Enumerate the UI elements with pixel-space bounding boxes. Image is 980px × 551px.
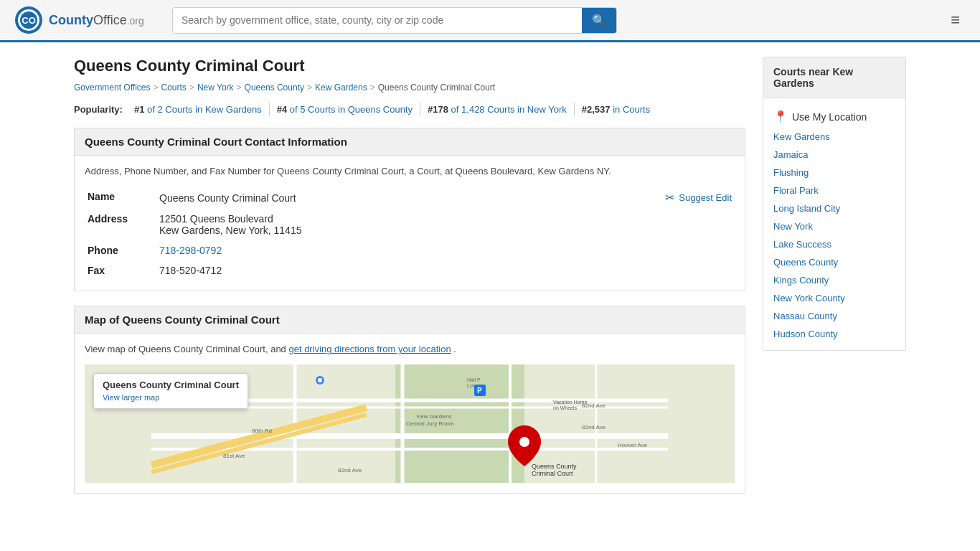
sidebar-item-kew-gardens[interactable]: Kew Gardens xyxy=(763,128,905,146)
main-container: Queens County Criminal Court Government … xyxy=(60,42,920,522)
fax-label: Fax xyxy=(85,260,156,281)
sidebar-list: 📍 Use My Location Kew Gardens Jamaica Fl… xyxy=(763,98,905,350)
search-button[interactable]: 🔍 xyxy=(582,8,616,33)
use-my-location[interactable]: 📍 Use My Location xyxy=(763,105,905,128)
popularity-item-2: #4 of 5 Courts in Queens County xyxy=(270,103,420,116)
sidebar-item-hudson-county[interactable]: Hudson County xyxy=(763,325,905,343)
site-header: CO CountyOffice.org 🔍 ≡ xyxy=(0,0,980,42)
popularity-label: Popularity: xyxy=(74,104,123,115)
contact-table: Name Queens County Criminal Court ✂ Sugg… xyxy=(85,187,735,281)
name-value: Queens County Criminal Court xyxy=(159,192,296,204)
svg-text:Queens County: Queens County xyxy=(532,463,577,470)
address-line1: 12501 Queens Boulevard xyxy=(159,213,732,225)
name-label: Name xyxy=(85,187,156,209)
svg-text:Hoover Ave: Hoover Ave xyxy=(618,442,648,448)
svg-point-17 xyxy=(519,437,529,447)
svg-point-35 xyxy=(318,378,322,382)
contact-address-row: Address 12501 Queens Boulevard Kew Garde… xyxy=(85,209,735,240)
breadcrumb-government-offices[interactable]: Government Offices xyxy=(74,83,151,93)
svg-text:on Wheels: on Wheels xyxy=(553,405,578,410)
content-area: Queens County Criminal Court Government … xyxy=(74,57,745,508)
contact-description: Address, Phone Number, and Fax Number fo… xyxy=(85,166,735,176)
map-popup: Queens County Criminal Court View larger… xyxy=(93,373,248,409)
menu-icon[interactable]: ≡ xyxy=(945,8,966,32)
map-section-header: Map of Queens County Criminal Court xyxy=(74,306,745,334)
popularity-bar: Popularity: #1 of 2 Courts in Kew Garden… xyxy=(74,103,745,116)
popularity-item-3: #178 of 1,428 Courts in New York xyxy=(420,103,575,116)
sidebar-box: Courts near Kew Gardens 📍 Use My Locatio… xyxy=(763,57,906,351)
sidebar-title: Courts near Kew Gardens xyxy=(763,57,905,98)
contact-phone-row: Phone 718-298-0792 xyxy=(85,240,735,260)
map-popup-title: Queens County Criminal Court xyxy=(103,380,239,390)
phone-label: Phone xyxy=(85,240,156,260)
address-label: Address xyxy=(85,209,156,240)
fax-value: 718-520-4712 xyxy=(156,260,735,281)
breadcrumb: Government Offices > Courts > New York >… xyxy=(74,83,745,93)
use-location-link[interactable]: Use My Location xyxy=(792,111,867,123)
sidebar-item-nassau-county[interactable]: Nassau County xyxy=(763,307,905,325)
search-icon: 🔍 xyxy=(592,14,606,27)
svg-text:82nd Ave: 82nd Ave xyxy=(582,424,606,430)
svg-text:Kew Gardens: Kew Gardens xyxy=(417,413,451,420)
address-line2: Kew Gardens, New York, 11415 xyxy=(159,225,732,236)
contact-fax-row: Fax 718-520-4712 xyxy=(85,260,735,281)
sidebar-item-new-york[interactable]: New York xyxy=(763,217,905,235)
contact-section: Queens County Criminal Court Contact Inf… xyxy=(74,128,745,291)
sidebar-item-new-york-county[interactable]: New York County xyxy=(763,289,905,307)
phone-link[interactable]: 718-298-0792 xyxy=(159,245,222,256)
map-desc-suffix: . xyxy=(453,344,456,354)
sidebar-item-queens-county[interactable]: Queens County xyxy=(763,253,905,271)
svg-text:Hall P: Hall P xyxy=(467,377,481,382)
svg-text:CO: CO xyxy=(22,15,36,26)
sidebar-item-long-island-city[interactable]: Long Island City xyxy=(763,199,905,217)
suggest-edit-link[interactable]: ✂ Suggest Edit xyxy=(665,191,732,204)
logo-icon: CO xyxy=(14,6,43,34)
breadcrumb-queens-county[interactable]: Queens County xyxy=(245,83,304,93)
suggest-edit-label: Suggest Edit xyxy=(679,192,732,203)
contact-section-header: Queens County Criminal Court Contact Inf… xyxy=(74,128,745,156)
sidebar-item-flushing[interactable]: Flushing xyxy=(763,164,905,182)
map-desc-prefix: View map of Queens County Criminal Court… xyxy=(85,344,288,354)
map-section-body: View map of Queens County Criminal Court… xyxy=(74,334,745,494)
popularity-item-4: #2,537 in Courts xyxy=(575,103,657,116)
map-section: Map of Queens County Criminal Court View… xyxy=(74,306,745,494)
map-container: Queens County Criminal Court Kew Gardens… xyxy=(85,364,735,483)
name-value-cell: Queens County Criminal Court ✂ Suggest E… xyxy=(156,187,735,209)
suggest-edit-icon: ✂ xyxy=(665,191,674,204)
sidebar-item-kings-county[interactable]: Kings County xyxy=(763,271,905,289)
svg-text:Central Jury Room: Central Jury Room xyxy=(406,420,454,427)
contact-section-body: Address, Phone Number, and Fax Number fo… xyxy=(74,156,745,291)
svg-text:Criminal Court: Criminal Court xyxy=(532,470,573,477)
popularity-item-1: #1 of 2 Courts in Kew Gardens xyxy=(127,103,270,116)
sidebar: Courts near Kew Gardens 📍 Use My Locatio… xyxy=(763,57,906,508)
breadcrumb-kew-gardens[interactable]: Kew Gardens xyxy=(315,83,367,93)
svg-text:Vacation Home: Vacation Home xyxy=(553,400,587,405)
view-larger-map-link[interactable]: View larger map xyxy=(103,393,159,402)
svg-text:P: P xyxy=(477,387,482,395)
contact-name-row: Name Queens County Criminal Court ✂ Sugg… xyxy=(85,187,735,209)
page-title: Queens County Criminal Court xyxy=(74,57,745,75)
address-value: 12501 Queens Boulevard Kew Gardens, New … xyxy=(156,209,735,240)
location-pin-icon: 📍 xyxy=(773,110,788,123)
breadcrumb-current: Queens County Criminal Court xyxy=(378,83,495,93)
svg-text:81st Ave: 81st Ave xyxy=(223,453,245,459)
phone-value: 718-298-0792 xyxy=(156,240,735,260)
sidebar-item-floral-park[interactable]: Floral Park xyxy=(763,182,905,199)
breadcrumb-new-york[interactable]: New York xyxy=(197,83,234,93)
svg-text:82nd Ave: 82nd Ave xyxy=(338,467,362,474)
svg-text:Lot: Lot xyxy=(467,383,474,388)
search-bar: 🔍 xyxy=(172,7,617,34)
sidebar-item-lake-success[interactable]: Lake Success xyxy=(763,235,905,253)
search-input[interactable] xyxy=(173,8,582,33)
svg-text:80th Rd: 80th Rd xyxy=(252,428,272,434)
logo-area: CO CountyOffice.org xyxy=(14,6,158,34)
directions-link[interactable]: get driving directions from your locatio… xyxy=(288,344,451,354)
breadcrumb-courts[interactable]: Courts xyxy=(161,83,187,93)
map-description: View map of Queens County Criminal Court… xyxy=(85,344,735,354)
sidebar-item-jamaica[interactable]: Jamaica xyxy=(763,146,905,164)
logo-text: CountyOffice.org xyxy=(49,13,144,28)
